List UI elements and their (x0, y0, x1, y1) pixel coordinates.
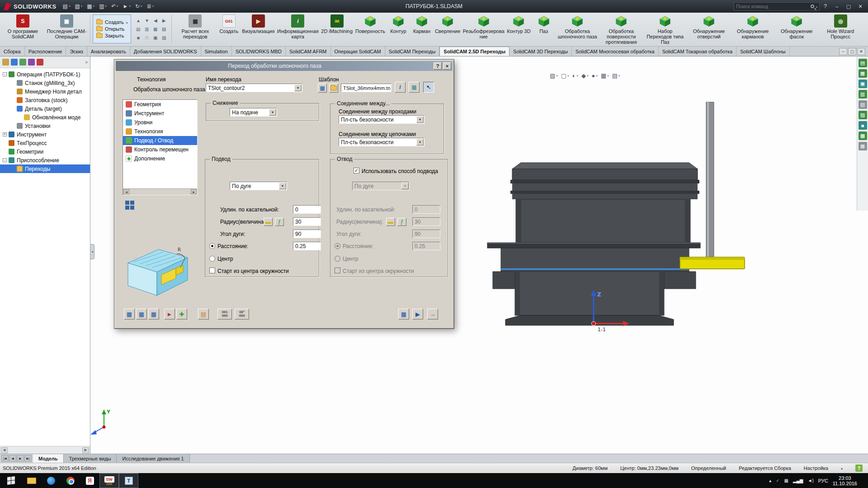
dialog-action-button[interactable]: ▤ (198, 309, 209, 319)
tree-item[interactable]: - Приспособление (0, 156, 90, 164)
template-name-field[interactable]: TSlot_36mmx4mm.tn (341, 84, 392, 92)
scroll-right-icon[interactable]: ▶ (82, 447, 89, 453)
command-tab[interactable]: Операция SolidCAM (331, 47, 385, 56)
view-tool-button[interactable]: ▦ (601, 72, 609, 79)
command-tab[interactable]: SOLIDWORKS MBD (232, 47, 286, 56)
dialog-section-item[interactable]: Инструмент (123, 109, 197, 118)
ribbon-button[interactable]: Карман (410, 14, 434, 44)
dialog-action-button[interactable]: ▦ (124, 309, 135, 319)
leadin-angle-field[interactable]: 90 (293, 230, 321, 238)
task-pane-icon[interactable]: ▧ (859, 100, 867, 109)
ribbon-button[interactable]: Обработка поверхности протягивания (599, 14, 643, 44)
quick-access-tool-button[interactable]: ▧ (73, 2, 84, 10)
descent-combo[interactable]: На подаче (230, 108, 277, 117)
leadin-start-center-checkbox[interactable] (209, 267, 215, 273)
leadin-radius-value-button[interactable]: ▬ (264, 218, 273, 226)
ribbon-button[interactable]: Резьбофрезерование (462, 14, 505, 44)
cam-mini-tool-icon[interactable]: ▧ (160, 25, 168, 33)
task-pane-icon[interactable]: ■ (859, 121, 867, 130)
document-window-control-button[interactable]: ▢ (848, 48, 856, 55)
dialog-action-button[interactable]: ✚ (176, 309, 187, 319)
tray-icon[interactable]: ▂▄▆ (793, 478, 803, 483)
chevron-down-icon[interactable] (294, 84, 302, 91)
cam-file-menu-item[interactable]: Закрыть (96, 33, 127, 38)
tray-icon[interactable]: ▦ (784, 478, 788, 483)
panel-tab-icon[interactable] (11, 59, 18, 66)
command-tab[interactable]: SolidCAM 3D Переходы (509, 47, 572, 56)
tree-item[interactable]: ТехПроцесс (0, 139, 90, 147)
command-tab[interactable]: Расположение (25, 47, 66, 56)
status-caret-icon[interactable]: ▴ (841, 466, 843, 470)
tray-icon[interactable]: ▴ (769, 478, 771, 483)
language-indicator[interactable]: РУС (818, 478, 828, 483)
tree-item[interactable]: Обновлённая моде (0, 113, 90, 122)
template-pick-button[interactable]: ↖ (423, 82, 434, 93)
cam-mini-tool-icon[interactable]: ▣ (151, 33, 160, 42)
ribbon-button[interactable]: S О программе SolidCAM (1, 14, 45, 44)
template-save-button[interactable]: ▦ (318, 84, 327, 93)
cam-mini-tool-icon[interactable]: ▦ (151, 25, 160, 33)
tree-item[interactable]: Менеджер Ноля детал (0, 87, 90, 96)
ribbon-button[interactable]: G01 Создать (217, 14, 241, 44)
quick-access-tool-button[interactable]: ≣ (145, 2, 156, 10)
command-tab[interactable]: Сборка (0, 47, 25, 56)
model-tab-nav-button[interactable]: ▶ (17, 455, 24, 462)
ribbon-button[interactable]: ▦ Расчет всех переходов (173, 14, 217, 44)
view-tool-button[interactable]: ▧ (550, 72, 558, 79)
command-search[interactable] (734, 2, 820, 11)
view-tool-button[interactable]: ▢ (561, 72, 569, 79)
leadin-distance-field[interactable]: 0.25 (293, 242, 321, 250)
command-tab[interactable]: SolidCAM AFRM (286, 47, 331, 56)
leadout-radius-formula-button[interactable]: ƒ (397, 218, 406, 226)
tree-item[interactable]: Установки (0, 122, 90, 130)
dialog-section-item[interactable]: Технология (123, 127, 197, 136)
tree-expander-icon[interactable]: - (3, 72, 7, 76)
template-open-button[interactable] (329, 84, 338, 93)
ribbon-button[interactable]: Паз (532, 14, 556, 44)
quick-access-tool-button[interactable]: ▦ (85, 2, 96, 10)
dialog-section-item[interactable]: Контроль перемещен (123, 145, 197, 154)
model-tab-nav-button[interactable]: |◀ (1, 455, 9, 462)
dialog-help-button[interactable]: ? (434, 62, 442, 70)
task-pane-icon[interactable]: ▦ (859, 142, 867, 150)
tree-item[interactable]: Заготовка (stock) (0, 96, 90, 104)
link-passes-combo[interactable]: Пл-сть безопасности (339, 115, 425, 124)
task-pane-icon[interactable]: ▦ (859, 69, 867, 78)
taskbar-app-button[interactable] (41, 473, 61, 488)
taskbar-clock[interactable]: 23:03 11.10.2016 (833, 475, 857, 486)
leadin-tangent-field[interactable]: 0 (293, 205, 321, 214)
tree-item[interactable]: Деталь (target) (0, 104, 90, 113)
ribbon-button[interactable]: ▣ Последние CAM-Операции (45, 14, 89, 44)
cam-mini-tool-icon[interactable]: ■ (134, 33, 142, 42)
dialog-section-item[interactable]: Геометрия (123, 100, 197, 109)
link-chains-combo[interactable]: Пл-сть безопасности (339, 138, 425, 146)
leadin-mode-combo[interactable]: По дуге (230, 182, 287, 190)
dialog-action-button[interactable]: ▦ (148, 309, 159, 319)
cam-mini-tool-icon[interactable]: ◀ (151, 16, 160, 25)
dialog-action-button[interactable]: ▶ (412, 309, 423, 319)
command-tab[interactable]: Анализировать (87, 47, 130, 56)
cam-mini-tool-icon[interactable]: ▤ (134, 25, 142, 33)
scroll-right-icon[interactable]: ▶ (191, 189, 197, 194)
start-button[interactable] (0, 473, 22, 488)
leadin-radius-formula-button[interactable]: ƒ (275, 218, 284, 226)
tray-icon[interactable]: ✓ (776, 478, 779, 483)
ribbon-button[interactable]: Контур (387, 14, 410, 44)
panel-splitter-handle[interactable]: ◄ (90, 244, 94, 259)
panel-tab-icon[interactable] (28, 59, 35, 66)
quick-access-tool-button[interactable]: ↻ (133, 2, 144, 10)
command-tab[interactable]: SolidCAM Многоосевая обработка (572, 47, 659, 56)
chevron-down-icon[interactable] (416, 139, 424, 145)
taskbar-app-button[interactable]: Я (80, 473, 99, 488)
task-pane-icon[interactable]: ▤ (859, 59, 867, 67)
section-tree-scrollbar[interactable]: ◀ ▶ (123, 188, 197, 195)
cam-mini-tool-icon[interactable]: ▼ (142, 16, 151, 25)
leadout-radius-value-button[interactable]: ▬ (386, 218, 395, 226)
command-tab[interactable]: SolidCAM Переходы (385, 47, 440, 56)
transition-name-combo[interactable]: TSlot_contour2 (206, 84, 302, 92)
status-settings[interactable]: Настройка (804, 465, 828, 471)
quick-access-tool-button[interactable]: ▤ (61, 2, 72, 10)
ribbon-button[interactable]: iM 2D iMachining (320, 14, 354, 44)
model-tab-nav-button[interactable]: ▶| (24, 455, 32, 462)
tree-page-indicator[interactable] (125, 201, 134, 210)
